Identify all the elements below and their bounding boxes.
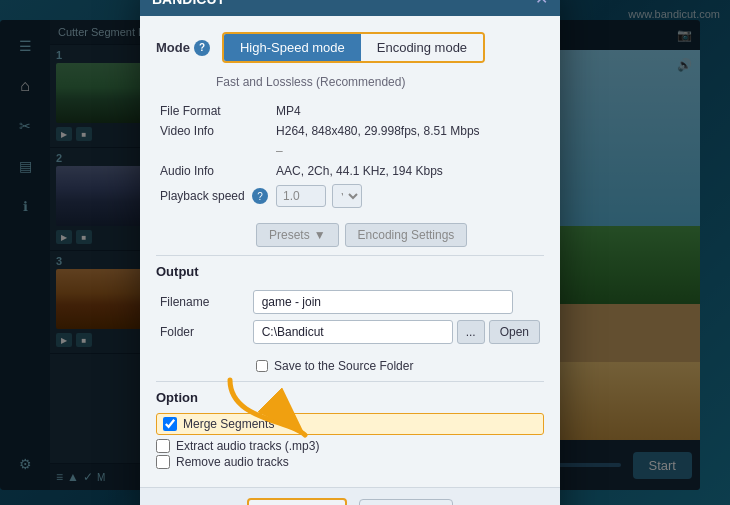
- table-row: Folder ... Open: [156, 317, 544, 347]
- table-row: Audio Info AAC, 2Ch, 44.1 KHz, 194 Kbps: [156, 161, 544, 181]
- filename-input[interactable]: [253, 290, 513, 314]
- folder-label: Folder: [156, 317, 249, 347]
- encoding-mode-button[interactable]: Encoding mode: [361, 34, 483, 61]
- merge-segments-row: Merge Segments: [156, 413, 544, 435]
- save-source-row: Save to the Source Folder: [256, 359, 544, 373]
- extract-audio-row: Extract audio tracks (.mp3): [156, 439, 544, 453]
- file-format-value: MP4: [272, 101, 544, 121]
- audio-info-value: AAC, 2Ch, 44.1 KHz, 194 Kbps: [272, 161, 544, 181]
- playback-help-icon[interactable]: ?: [252, 188, 268, 204]
- filename-cell: [249, 287, 544, 317]
- presets-button[interactable]: Presets ▼: [256, 223, 339, 247]
- encoding-settings-button[interactable]: Encoding Settings: [345, 223, 468, 247]
- video-info-value: H264, 848x480, 29.998fps, 8.51 Mbps: [272, 121, 544, 141]
- save-source-label: Save to the Source Folder: [274, 359, 413, 373]
- dialog-title: BANDICUT: [152, 0, 225, 7]
- audio-info-separator: [156, 141, 272, 161]
- extract-audio-checkbox[interactable]: [156, 439, 170, 453]
- remove-audio-label: Remove audio tracks: [176, 455, 289, 469]
- merge-segments-label: Merge Segments: [183, 417, 274, 431]
- folder-cell: ... Open: [249, 317, 544, 347]
- dialog-close-button[interactable]: ✕: [535, 0, 548, 8]
- dialog-body: Mode ? High-Speed mode Encoding mode Fas…: [140, 16, 560, 487]
- dialog-titlebar: BANDICUT ✕: [140, 0, 560, 16]
- video-info-label: Video Info: [156, 121, 272, 141]
- form-table: File Format MP4 Video Info H264, 848x480…: [156, 101, 544, 211]
- folder-browse-button[interactable]: ...: [457, 320, 485, 344]
- mode-label: Mode ?: [156, 40, 210, 56]
- output-section-heading: Output: [156, 264, 544, 279]
- table-row: –: [156, 141, 544, 161]
- dialog-footer: Start Cancel: [140, 487, 560, 505]
- playback-speed-label: Playback speed ?: [156, 181, 272, 211]
- merge-segments-checkbox[interactable]: [163, 417, 177, 431]
- file-format-label: File Format: [156, 101, 272, 121]
- dialog: BANDICUT ✕ Mode ? High-Speed mode Encodi…: [140, 0, 560, 505]
- mode-help-icon[interactable]: ?: [194, 40, 210, 56]
- cancel-button[interactable]: Cancel: [359, 499, 453, 505]
- folder-open-button[interactable]: Open: [489, 320, 540, 344]
- table-row: File Format MP4: [156, 101, 544, 121]
- folder-path-input[interactable]: [253, 320, 453, 344]
- remove-audio-row: Remove audio tracks: [156, 455, 544, 469]
- extract-audio-label: Extract audio tracks (.mp3): [176, 439, 319, 453]
- audio-info-separator-value: –: [272, 141, 544, 161]
- filename-label: Filename: [156, 287, 249, 317]
- start-button[interactable]: Start: [247, 498, 347, 505]
- mode-buttons: High-Speed mode Encoding mode: [222, 32, 485, 63]
- speed-input[interactable]: [276, 185, 326, 207]
- table-row: Filename: [156, 287, 544, 317]
- option-section-heading: Option: [156, 390, 544, 405]
- table-row: Playback speed ? ▼: [156, 181, 544, 211]
- output-form-table: Filename Folder ... Open: [156, 287, 544, 347]
- mode-subtitle: Fast and Lossless (Recommended): [216, 75, 544, 89]
- table-row: Video Info H264, 848x480, 29.998fps, 8.5…: [156, 121, 544, 141]
- save-source-checkbox[interactable]: [256, 360, 268, 372]
- encoding-row: Presets ▼ Encoding Settings: [256, 223, 544, 247]
- remove-audio-checkbox[interactable]: [156, 455, 170, 469]
- mode-row: Mode ? High-Speed mode Encoding mode: [156, 32, 544, 63]
- folder-row: ... Open: [253, 320, 540, 344]
- section-divider: [156, 255, 544, 256]
- playback-speed-cell: ▼: [272, 181, 544, 211]
- dialog-overlay: BANDICUT ✕ Mode ? High-Speed mode Encodi…: [0, 0, 730, 505]
- speed-row: ▼: [276, 184, 540, 208]
- audio-info-label: Audio Info: [156, 161, 272, 181]
- section-divider-2: [156, 381, 544, 382]
- speed-dropdown[interactable]: ▼: [332, 184, 362, 208]
- high-speed-mode-button[interactable]: High-Speed mode: [224, 34, 361, 61]
